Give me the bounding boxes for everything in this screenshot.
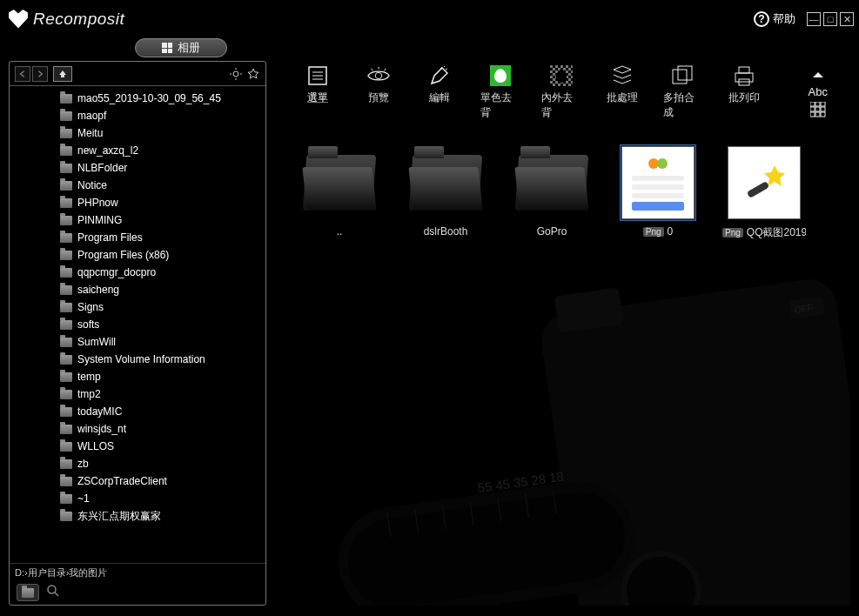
folder-item[interactable]: mao55_2019-10-30_09_56_45 (10, 90, 265, 107)
svg-rect-27 (678, 66, 692, 80)
thumbnail-preview (408, 145, 483, 220)
tool-edit[interactable]: 編輯 (419, 64, 460, 105)
thumbnail[interactable]: Png0 (616, 145, 700, 240)
nav-up-button[interactable] (53, 66, 72, 82)
folder-icon (60, 372, 72, 382)
svg-point-0 (233, 71, 238, 77)
close-button[interactable]: ✕ (840, 12, 854, 26)
folder-icon (60, 494, 72, 504)
folder-item[interactable]: NLBFolder (10, 159, 265, 177)
folder-item[interactable]: new_axzq_l2 (10, 142, 265, 159)
svg-point-21 (375, 72, 381, 78)
svg-rect-38 (815, 112, 820, 117)
folder-item[interactable]: ~1 (10, 490, 265, 507)
folder-item[interactable]: Program Files (10, 229, 265, 246)
collapse-icon[interactable] (812, 66, 824, 82)
current-path: D:›用户目录›我的图片 (10, 563, 265, 580)
nav-back-button[interactable] (15, 66, 30, 82)
svg-rect-33 (821, 102, 825, 106)
svg-rect-28 (735, 73, 753, 82)
folder-item-label: qqpcmgr_docpro (77, 266, 156, 278)
folder-item[interactable]: zb (10, 455, 265, 472)
tool-label: 多拍合成 (663, 90, 703, 120)
svg-point-41 (657, 158, 668, 169)
folder-item[interactable]: SumWill (10, 333, 265, 351)
minimize-button[interactable]: — (807, 12, 821, 26)
folder-item[interactable]: WLLOS (10, 438, 265, 455)
folder-item[interactable]: ZSCorpTradeClient (10, 472, 265, 490)
app-logo: Recomposit (7, 8, 124, 30)
thumbnail[interactable]: dslrBooth (404, 145, 487, 240)
album-tab[interactable]: 相册 (135, 38, 227, 57)
svg-rect-39 (821, 112, 825, 117)
folder-item[interactable]: todayMIC (10, 403, 265, 420)
svg-rect-34 (810, 107, 815, 111)
folder-item-label: maopf (77, 110, 106, 122)
tool-print[interactable]: 批列印 (724, 64, 764, 105)
bg-solid-icon (488, 64, 513, 87)
tool-menu[interactable]: 選單 (298, 64, 338, 105)
folder-item-label: PINMING (77, 214, 122, 226)
folder-icon (22, 588, 34, 598)
folder-item[interactable]: temp (10, 368, 265, 385)
tool-bg-inout[interactable]: 內外去背 (541, 64, 581, 120)
svg-line-13 (553, 490, 556, 514)
folder-item-label: winsjds_nt (77, 423, 126, 435)
thumbnail-label: GoPro (537, 225, 567, 238)
file-type-tag: Png (722, 228, 743, 238)
folder-icon (60, 477, 72, 486)
thumbnail[interactable]: PngQQ截图2019… (722, 145, 806, 240)
star-icon[interactable] (246, 67, 260, 81)
folder-item-label: System Volume Information (77, 353, 205, 365)
folder-toolbar (10, 62, 265, 86)
nav-forward-button[interactable] (32, 66, 48, 82)
content-panel: 55 45 35 28 18 OFF 選單預覽編輯單色去背內外去背批處理多拍合成… (275, 61, 850, 606)
folder-item[interactable]: tmp2 (10, 385, 265, 403)
text-size-button[interactable]: Abc (809, 85, 828, 98)
tool-preview[interactable]: 預覽 (359, 64, 399, 105)
thumbnail-preview (514, 145, 589, 220)
print-icon (732, 64, 756, 87)
folder-mode-button[interactable] (17, 584, 39, 601)
folder-item-label: Program Files (x86) (77, 249, 169, 261)
folder-panel-bottom (10, 580, 265, 605)
folder-item[interactable]: Notice (10, 177, 265, 194)
folder-item[interactable]: winsjds_nt (10, 420, 265, 438)
center-bar: 相册 (0, 38, 859, 59)
folder-item[interactable]: saicheng (10, 281, 265, 298)
window-controls: ? 帮助 — □ ✕ (754, 11, 854, 27)
light-icon[interactable] (229, 67, 243, 81)
folder-item[interactable]: Meitu (10, 124, 265, 142)
titlebar: Recomposit ? 帮助 — □ ✕ (0, 0, 859, 38)
folder-list[interactable]: mao55_2019-10-30_09_56_45maopfMeitunew_a… (10, 86, 265, 563)
menu-icon (305, 64, 330, 87)
thumbnail-preview (621, 145, 695, 220)
view-options: Abc (809, 64, 828, 121)
folder-item-label: zb (77, 458, 89, 470)
folder-icon (60, 164, 72, 173)
tool-label: 內外去背 (541, 90, 581, 120)
folder-item[interactable]: maopf (10, 107, 265, 124)
tool-batch[interactable]: 批處理 (602, 64, 642, 105)
folder-item[interactable]: softs (10, 316, 265, 333)
batch-icon (610, 64, 634, 87)
folder-item[interactable]: System Volume Information (10, 351, 265, 368)
folder-item[interactable]: qqpcmgr_docpro (10, 264, 265, 281)
folder-item[interactable]: PHPnow (10, 194, 265, 211)
folder-item[interactable]: Program Files (x86) (10, 246, 265, 264)
help-link[interactable]: ? 帮助 (754, 11, 795, 27)
folder-item[interactable]: Signs (10, 298, 265, 316)
folder-icon (60, 111, 72, 121)
thumbnail[interactable]: .. (298, 145, 381, 240)
folder-item[interactable]: PINMING (10, 211, 265, 229)
thumbnail[interactable]: GoPro (510, 145, 594, 240)
folder-item[interactable]: 东兴汇点期权赢家 (10, 507, 265, 525)
tool-bg-solid[interactable]: 單色去背 (480, 64, 520, 120)
search-icon[interactable] (46, 584, 60, 601)
grid-view-button[interactable] (810, 102, 826, 121)
thumbnail-label: PngQQ截图2019… (722, 225, 806, 240)
maximize-button[interactable]: □ (823, 12, 837, 26)
svg-rect-15 (789, 296, 825, 319)
folder-item-label: tmp2 (77, 388, 101, 400)
tool-multi[interactable]: 多拍合成 (663, 64, 703, 120)
